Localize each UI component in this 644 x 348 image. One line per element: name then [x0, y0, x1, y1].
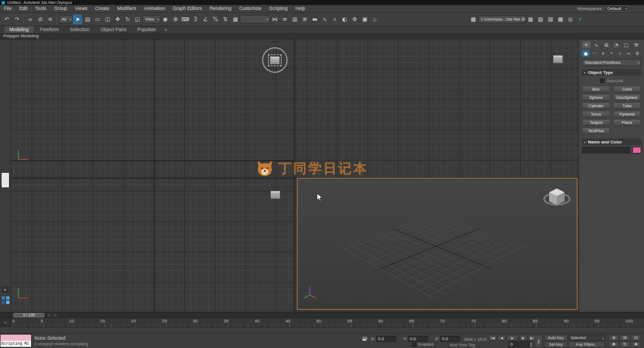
transport-previous-frame[interactable]: ◀ [497, 335, 506, 341]
menu-item-create[interactable]: Create [91, 5, 113, 12]
selection-lock-icon[interactable] [361, 336, 368, 342]
menu-item-rendering[interactable]: Rendering [206, 5, 235, 12]
toolbar-mirror[interactable]: ⋈ [270, 14, 279, 24]
box-object-top-view[interactable] [270, 56, 280, 64]
toolbar-use-pivot-center[interactable]: ◉ [160, 14, 170, 24]
menu-item-file[interactable]: File [0, 5, 16, 12]
toolbar-select-and-rotate[interactable]: ↻ [123, 14, 132, 24]
set-key-mode-dropdown[interactable]: Selected [568, 335, 605, 341]
panel-tab-display[interactable]: □ [622, 41, 631, 48]
transport-play[interactable]: ▶ [506, 335, 519, 341]
toolbar-select-and-link[interactable]: ∞ [26, 14, 35, 24]
perspective-viewport[interactable] [297, 178, 577, 310]
track-bar[interactable] [0, 327, 644, 334]
toolbar-spinner-snap-toggle[interactable]: ⇅ [220, 14, 230, 24]
category-cameras[interactable]: ⌖ [607, 50, 615, 57]
toolbar-snaps-toggle-3d[interactable]: 3 [190, 14, 200, 24]
toolbar-edit-named-selection-sets[interactable]: ▦ [230, 14, 240, 24]
toolbar-rendered-frame-window[interactable]: ▣ [360, 14, 369, 24]
primitive-button-plane[interactable]: Plane [613, 119, 641, 126]
toolbar-window-crossing-toggle[interactable]: ◫ [103, 14, 112, 24]
workspace-dropdown[interactable]: Default [605, 6, 628, 12]
primitive-button-cylinder[interactable]: Cylinder [582, 102, 610, 109]
ribbon-tab-populate[interactable]: Populate [132, 26, 161, 33]
toolbar-curve-editor[interactable]: ∿ [320, 14, 329, 24]
time-slider-track[interactable]: 0 / 100 ‹ › [0, 312, 644, 318]
primitive-button-torus[interactable]: Torus [582, 111, 610, 117]
category-geometry[interactable]: ● [582, 50, 590, 57]
menu-item-modifiers[interactable]: Modifiers [113, 5, 140, 12]
primitive-button-teapot[interactable]: Teapot [582, 119, 610, 126]
transport-next-frame[interactable]: ▶ [519, 335, 527, 341]
project-folder-icon[interactable]: ▩ [469, 14, 478, 24]
key-filters-button[interactable]: Key Filters... [568, 341, 605, 347]
panel-tab-motion[interactable]: ◔ [612, 41, 621, 48]
nav-zoom[interactable]: ⊕ [608, 335, 619, 341]
named-selection-sets-dropdown[interactable] [240, 15, 270, 23]
menu-item-animation[interactable]: Animation [140, 5, 169, 12]
previous-frame-arrow[interactable]: ‹ [47, 313, 52, 317]
toolbar-toggle-ribbon[interactable]: ▬ [310, 14, 319, 24]
toolbar-workspace-layout-3[interactable]: ▨ [546, 14, 555, 24]
toolbar-toggle-layer-explorer[interactable]: ≣ [300, 14, 309, 24]
listener-line[interactable]: Scripting Mi [1, 341, 31, 347]
name-color-rollout-header[interactable]: ▾ Name and Color [582, 138, 641, 145]
toolbar-select-and-scale[interactable]: ◱ [133, 14, 142, 24]
auto-key-button[interactable]: Auto Key [544, 335, 567, 341]
toolbar-keyboard-shortcut-override[interactable]: ⌨ [180, 14, 190, 24]
menu-item-views[interactable]: Views [71, 5, 92, 12]
toolbar-workspace-layout-1[interactable]: ▦ [526, 14, 535, 24]
toolbar-workspace-layout-4[interactable]: ▩ [556, 14, 565, 24]
maxscript-mini-listener[interactable]: Scripting Mi [0, 334, 32, 347]
primitive-category-dropdown[interactable]: Standard Primitives [582, 59, 641, 66]
box-object-front-view[interactable] [553, 55, 563, 63]
toolbar-rectangular-selection-region[interactable]: ▭ [93, 14, 102, 24]
toolbar-status-check[interactable]: ✔ [576, 14, 585, 24]
mini-curve-editor-button[interactable]: ∿ [0, 318, 11, 327]
primitive-button-sphere[interactable]: Sphere [582, 94, 610, 101]
toolbar-undo[interactable]: ↶ [2, 14, 12, 24]
nav-maximize-viewport[interactable]: ❖ [631, 341, 641, 347]
x-field[interactable] [376, 336, 396, 342]
primitive-button-tube[interactable]: Tube [613, 102, 641, 109]
toolbar-align[interactable]: ≡ [280, 14, 289, 24]
toolbar-unlink-selection[interactable]: ⊘ [36, 14, 45, 24]
toolbar-material-editor[interactable]: ◐ [340, 14, 349, 24]
box-object-left-view[interactable] [270, 191, 280, 199]
primitive-button-textplus[interactable]: TextPlus [582, 127, 610, 134]
ribbon-tab-selection[interactable]: Selection [65, 26, 94, 33]
menu-item-customize[interactable]: Customize [235, 5, 265, 12]
toolbar-redo[interactable]: ↷ [12, 14, 22, 24]
toolbar-toggle-scene-explorer[interactable]: ▥ [290, 14, 299, 24]
menu-item-tools[interactable]: Tools [31, 5, 50, 12]
z-field[interactable] [440, 336, 460, 342]
primitive-button-pyramid[interactable]: Pyramid [613, 111, 641, 117]
toolbar-select-by-name[interactable]: ▤ [83, 14, 92, 24]
set-key-button[interactable]: Set Key [544, 341, 567, 347]
panel-tab-utilities[interactable]: ⚒ [632, 41, 641, 48]
toolbar-bind-to-space-warp[interactable]: ≋ [46, 14, 55, 24]
toolbar-schematic-view[interactable]: ⌗ [330, 14, 339, 24]
panel-tab-create[interactable]: ✛ [582, 41, 591, 48]
category-systems[interactable]: ⚙ [633, 50, 641, 57]
category-helpers[interactable]: ⊹ [616, 50, 624, 57]
panel-tab-hierarchy[interactable]: ⊞ [602, 41, 611, 48]
ribbon-tab-modeling[interactable]: Modeling [4, 26, 34, 33]
menu-item-graph-editors[interactable]: Graph Editors [169, 5, 205, 12]
primitive-button-box[interactable]: Box [582, 86, 610, 92]
nav-orbit[interactable]: ↻ [620, 341, 630, 347]
object-type-rollout-header[interactable]: ▾ Object Type [582, 69, 641, 76]
toolbar-render-production[interactable]: ♨ [370, 14, 379, 24]
panel-tab-modify[interactable]: ∿ [592, 41, 601, 48]
project-path-dropdown[interactable]: C:\Users\piao...\3ds Max 202... [478, 15, 526, 23]
transport-go-to-start[interactable]: |◀ [489, 335, 497, 341]
category-lights[interactable]: ☀ [599, 50, 607, 57]
next-frame-arrow[interactable]: › [53, 313, 58, 317]
object-name-field[interactable] [582, 147, 630, 153]
viewcube[interactable] [542, 185, 571, 210]
y-field[interactable] [408, 336, 428, 342]
toolbar-select-and-move[interactable]: ✥ [113, 14, 122, 24]
set-keys-button[interactable]: ⚷ [535, 335, 542, 347]
toolbar-select-and-manipulate[interactable]: ⊕ [170, 14, 180, 24]
selection-filter-dropdown[interactable]: All [59, 15, 73, 23]
